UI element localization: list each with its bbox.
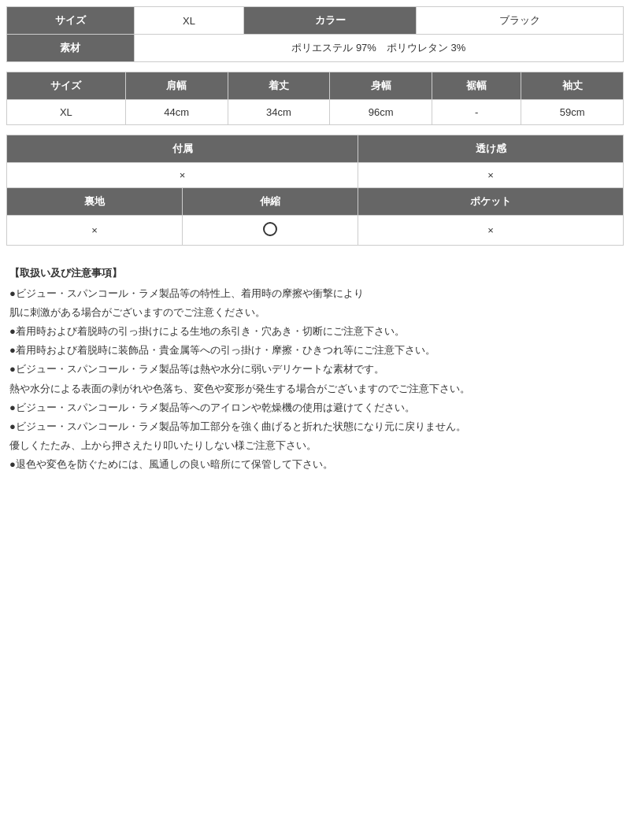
size-row-length: 34cm bbox=[228, 100, 330, 125]
notes-line-10: ●退色や変色を防ぐためには、風通しの良い暗所にて保管して下さい。 bbox=[9, 456, 621, 473]
size-chart-row: XL 44cm 34cm 96cm - 59cm bbox=[7, 100, 624, 125]
lining-header: 裏地 bbox=[7, 188, 183, 216]
notes-line-4: ●着用時および着脱時に装飾品・貴金属等への引っ掛け・摩擦・ひきつれ等にご注意下さ… bbox=[9, 342, 621, 359]
transparency-value: × bbox=[358, 163, 624, 188]
material-header: 素材 bbox=[7, 35, 135, 62]
size-value: XL bbox=[134, 7, 244, 35]
size-chart-header-size: サイズ bbox=[7, 72, 126, 100]
color-header: カラー bbox=[244, 7, 417, 35]
size-row-shoulder: 44cm bbox=[125, 100, 228, 125]
notes-line-5: ●ビジュー・スパンコール・ラメ製品等は熱や水分に弱いデリケートな素材です。 bbox=[9, 361, 621, 378]
size-chart-header-hem: 裾幅 bbox=[432, 72, 521, 100]
features-table: 付属 透け感 × × 裏地 伸縮 ポケット × × bbox=[6, 135, 624, 246]
notes-line-6: 熱や水分による表面の剥がれや色落ち、変色や変形が発生する場合がございますのでご注… bbox=[9, 380, 621, 398]
notes-line-2: 肌に刺激がある場合がございますのでご注意ください。 bbox=[9, 304, 621, 321]
stretch-header: 伸縮 bbox=[183, 188, 358, 216]
notes-section: 【取扱い及び注意事項】 ●ビジュー・スパンコール・ラメ製品等の特性上、着用時の摩… bbox=[6, 258, 624, 481]
size-chart-header-length: 着丈 bbox=[228, 72, 330, 100]
notes-line-9: 優しくたたみ、上から押さえたり叩いたりしない様ご注意下さい。 bbox=[9, 437, 621, 454]
size-header: サイズ bbox=[7, 7, 135, 35]
transparency-header: 透け感 bbox=[358, 135, 624, 163]
size-chart-table: サイズ 肩幅 着丈 身幅 裾幅 袖丈 XL 44cm 34cm 96cm - 5… bbox=[6, 72, 624, 125]
material-value: ポリエステル 97% ポリウレタン 3% bbox=[134, 35, 623, 62]
size-chart-header-shoulder: 肩幅 bbox=[125, 72, 228, 100]
notes-line-3: ●着用時および着脱時の引っ掛けによる生地の糸引き・穴あき・切断にご注意下さい。 bbox=[9, 323, 621, 340]
size-chart-header-sleeve: 袖丈 bbox=[521, 72, 624, 100]
color-value: ブラック bbox=[416, 7, 623, 35]
size-row-sleeve: 59cm bbox=[521, 100, 624, 125]
size-row-body: 96cm bbox=[330, 100, 432, 125]
circle-icon bbox=[263, 222, 277, 236]
notes-line-7: ●ビジュー・スパンコール・ラメ製品等へのアイロンや乾燥機の使用は避けてください。 bbox=[9, 399, 621, 416]
accessory-value: × bbox=[7, 163, 358, 188]
product-info-table: サイズ XL カラー ブラック 素材 ポリエステル 97% ポリウレタン 3% bbox=[6, 6, 624, 62]
notes-title: 【取扱い及び注意事項】 bbox=[9, 265, 621, 282]
notes-line-1: ●ビジュー・スパンコール・ラメ製品等の特性上、着用時の摩擦や衝撃により bbox=[9, 285, 621, 302]
accessory-header: 付属 bbox=[7, 135, 358, 163]
pocket-header: ポケット bbox=[358, 188, 624, 216]
size-row-hem: - bbox=[432, 100, 521, 125]
size-chart-header-body: 身幅 bbox=[330, 72, 432, 100]
pocket-value: × bbox=[358, 216, 624, 246]
stretch-value bbox=[183, 216, 358, 246]
lining-value: × bbox=[7, 216, 183, 246]
notes-line-8: ●ビジュー・スパンコール・ラメ製品等加工部分を強く曲げると折れた状態になり元に戻… bbox=[9, 418, 621, 435]
size-row-size: XL bbox=[7, 100, 126, 125]
